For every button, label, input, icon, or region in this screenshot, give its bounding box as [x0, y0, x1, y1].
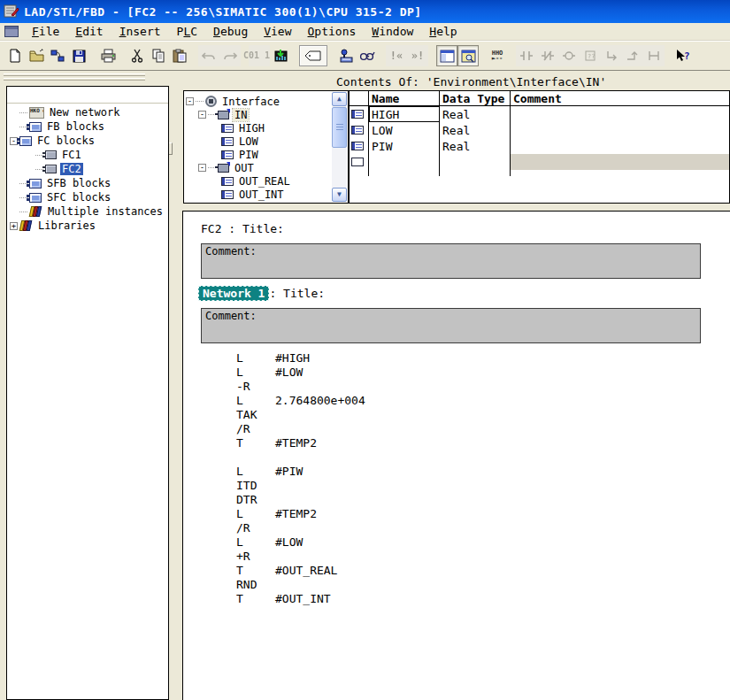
new-document-button[interactable] — [4, 45, 26, 66]
column-header-comment[interactable]: Comment — [511, 91, 729, 105]
interface-item-high[interactable]: HIGH — [184, 121, 332, 135]
new-document-icon — [8, 49, 22, 63]
table-row-empty[interactable] — [350, 154, 729, 170]
pane-gripper[interactable] — [4, 73, 145, 76]
menu-view[interactable]: View — [256, 24, 299, 39]
cell-data-type[interactable]: Real — [440, 106, 511, 122]
table-header-row: Name Data Type Comment — [350, 91, 729, 106]
interface-item-piw[interactable]: PIW — [184, 148, 332, 161]
scrollbar-thumb[interactable] — [332, 107, 347, 148]
cut-button[interactable] — [127, 45, 148, 66]
code-line: -R — [183, 380, 730, 394]
stl-editor[interactable]: FC2 : Title: Comment: Network 1 : Title:… — [182, 211, 730, 700]
network-title-line: Network 1 : Title: — [198, 286, 325, 301]
column-header-data-type[interactable]: Data Type — [440, 91, 511, 105]
code-line: L#TEMP2 — [183, 507, 730, 521]
interface-item-in[interactable]: - IN — [184, 108, 332, 121]
block-folder-icon — [29, 193, 42, 203]
block-folder-icon — [19, 136, 32, 146]
monitor-button[interactable] — [357, 45, 378, 66]
paste-button[interactable] — [169, 45, 190, 66]
cell-comment[interactable] — [511, 122, 729, 138]
menu-plc[interactable]: PLC — [169, 24, 205, 39]
interface-tree: - Interface - IN HIGH LOW PIW - OUT — [184, 91, 332, 201]
application-window: LAD/STL/FBD - [FC2 -- 256\SIMATIC 300(1)… — [0, 0, 730, 700]
tree-item-fb-blocks[interactable]: FB blocks — [7, 119, 168, 134]
cell-data-type[interactable]: Real — [440, 122, 511, 138]
cut-icon — [131, 49, 143, 63]
online-connect-button[interactable] — [47, 45, 68, 66]
vertical-scrollbar[interactable]: ▲ ▼ — [332, 92, 347, 202]
print-button[interactable] — [97, 45, 119, 66]
network-tag-button[interactable] — [299, 45, 327, 66]
cell-name[interactable] — [369, 154, 440, 170]
download-button[interactable] — [270, 45, 291, 66]
collapse-expander[interactable]: - — [186, 97, 194, 105]
menu-debug[interactable]: Debug — [205, 24, 256, 39]
tree-item-sfc-blocks[interactable]: SFC blocks — [7, 190, 168, 204]
network-badge[interactable]: Network 1 — [198, 286, 269, 301]
column-header-name[interactable]: Name — [369, 91, 440, 105]
cell-comment[interactable] — [511, 138, 729, 154]
tree-item-multiple-instances[interactable]: Multiple instances — [7, 204, 168, 219]
save-button[interactable] — [68, 45, 89, 66]
interface-item-out-int[interactable]: OUT_INT — [184, 188, 332, 201]
copy-button[interactable] — [148, 45, 169, 66]
menu-edit[interactable]: Edit — [67, 24, 111, 39]
cell-data-type[interactable] — [440, 154, 511, 170]
cell-comment[interactable] — [511, 154, 729, 170]
scroll-down-icon[interactable]: ▼ — [332, 188, 347, 202]
variable-icon — [351, 110, 364, 119]
help-button[interactable]: ? — [672, 45, 694, 66]
table-row[interactable]: HIGH Real — [350, 106, 729, 122]
table-row[interactable]: PIW Real — [350, 138, 729, 154]
collapse-expander[interactable]: - — [198, 164, 206, 172]
menu-window[interactable]: Window — [364, 24, 421, 39]
new-network-button[interactable]: HHO►-- — [487, 45, 508, 66]
menu-help[interactable]: Help — [421, 24, 465, 39]
overview-toggle-button[interactable] — [436, 45, 457, 66]
interface-icon — [205, 96, 217, 107]
title-bar[interactable]: LAD/STL/FBD - [FC2 -- 256\SIMATIC 300(1)… — [0, 0, 730, 23]
cell-name[interactable]: PIW — [369, 138, 440, 154]
detail-view-toggle-button[interactable] — [457, 45, 479, 66]
tree-item-new-network[interactable]: HKO ►-- New network — [7, 105, 168, 119]
pane-gripper[interactable] — [4, 78, 145, 81]
open-button[interactable] — [26, 45, 47, 66]
interface-item-low[interactable]: LOW — [184, 135, 332, 148]
code-line: DTR — [183, 493, 730, 507]
coil-icon — [562, 50, 576, 62]
scroll-up-icon[interactable]: ▲ — [332, 92, 347, 106]
rung-icon — [647, 50, 661, 62]
tree-item-fc-blocks[interactable]: - FC blocks — [7, 134, 168, 148]
mdi-child-icon[interactable] — [4, 26, 19, 37]
io-block-icon — [218, 111, 229, 119]
cell-name[interactable]: LOW — [369, 122, 440, 138]
interface-item-out-real[interactable]: OUT_REAL — [184, 174, 332, 188]
interface-item-interface[interactable]: - Interface — [184, 95, 332, 108]
tree-item-fc1[interactable]: FC1 — [7, 148, 168, 162]
table-row[interactable]: LOW Real — [350, 122, 729, 138]
menu-options[interactable]: Options — [300, 24, 365, 39]
cell-name[interactable]: HIGH — [369, 106, 440, 122]
tree-item-sfb-blocks[interactable]: SFB blocks — [7, 176, 168, 190]
symbol-table-button[interactable] — [335, 45, 357, 66]
network-comment-box[interactable]: Comment: — [201, 308, 701, 343]
menu-insert[interactable]: Insert — [111, 24, 169, 39]
block-comment-box[interactable]: Comment: — [201, 243, 701, 279]
tree-item-libraries[interactable]: + Libraries — [7, 219, 168, 233]
open-branch-icon — [604, 50, 619, 62]
cell-data-type[interactable]: Real — [440, 138, 511, 154]
expand-expander[interactable]: + — [10, 222, 18, 230]
code-line: RND — [183, 578, 730, 592]
variable-icon — [221, 150, 234, 159]
code-line: L#PIW — [183, 465, 730, 479]
tree-item-fc2[interactable]: FC2 — [7, 162, 168, 176]
cell-comment[interactable] — [511, 106, 729, 122]
stl-code-block[interactable]: L#HIGH L#LOW -R L2.764800e+004 TAK /R T#… — [183, 351, 730, 606]
table-grid-extension — [350, 170, 729, 176]
interface-item-out[interactable]: - OUT — [184, 161, 332, 174]
collapse-expander[interactable]: - — [198, 111, 206, 119]
menu-file[interactable]: File — [24, 24, 67, 39]
open-folder-icon — [29, 49, 44, 63]
